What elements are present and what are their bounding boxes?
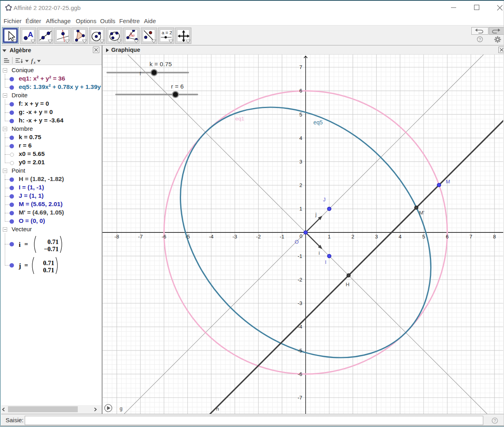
svg-text:M: M: [446, 179, 450, 185]
svg-text:-6: -6: [162, 234, 167, 240]
svg-text:2: 2: [351, 234, 354, 240]
svg-text:-2: -2: [297, 277, 302, 283]
svg-text:-8: -8: [114, 234, 119, 240]
svg-text:2: 2: [299, 182, 302, 188]
svg-text:8: 8: [493, 234, 496, 240]
svg-text:j: j: [315, 211, 317, 217]
svg-text:?: ?: [494, 418, 496, 423]
svg-text:-1: -1: [280, 234, 285, 240]
svg-text:A: A: [28, 30, 33, 39]
svg-text:-7: -7: [138, 234, 143, 240]
svg-text:0.71: 0.71: [43, 260, 54, 266]
svg-text:1: 1: [328, 234, 331, 240]
svg-text:k = 0.75: k = 0.75: [150, 61, 172, 67]
svg-text:g: g: [120, 405, 122, 411]
svg-text:6: 6: [299, 88, 302, 94]
svg-text:α: α: [132, 33, 135, 37]
svg-text:5: 5: [422, 234, 425, 240]
svg-text:h: h: [216, 406, 219, 412]
svg-text:-3: -3: [297, 300, 302, 306]
svg-text:-6: -6: [297, 371, 302, 377]
svg-text:-7: -7: [297, 395, 302, 401]
svg-text:5: 5: [299, 112, 302, 118]
svg-text:i: i: [319, 250, 320, 256]
svg-text:I: I: [325, 259, 327, 265]
svg-text:eq5: eq5: [313, 119, 323, 126]
svg-text:H: H: [346, 281, 349, 287]
svg-text:?: ?: [479, 37, 481, 42]
svg-text:x: x: [33, 60, 36, 65]
svg-text:0.71: 0.71: [47, 238, 59, 245]
svg-text:7: 7: [469, 234, 472, 240]
svg-text:-5: -5: [297, 348, 302, 354]
svg-text:-4: -4: [297, 324, 302, 330]
svg-text:r = 6: r = 6: [171, 83, 184, 90]
svg-text:1: 1: [299, 206, 302, 212]
svg-text:-1: -1: [297, 253, 302, 259]
svg-text:3: 3: [375, 234, 378, 240]
svg-text:6: 6: [446, 234, 449, 240]
svg-text:4: 4: [299, 135, 302, 141]
svg-text:-5: -5: [185, 234, 190, 240]
svg-text:-3: -3: [232, 234, 237, 240]
svg-text:=: =: [24, 262, 28, 269]
svg-text:M': M': [419, 210, 424, 216]
svg-text:=: =: [24, 240, 28, 248]
svg-text:eq1: eq1: [235, 116, 244, 122]
svg-text:7: 7: [299, 64, 302, 70]
svg-text:f: f: [31, 58, 33, 64]
svg-text:O: O: [295, 239, 299, 245]
svg-text:−0.71: −0.71: [44, 246, 59, 252]
svg-text:0: 0: [299, 233, 302, 239]
svg-text:-2: -2: [256, 234, 261, 240]
svg-text:i: i: [19, 241, 21, 248]
svg-text:J: J: [323, 197, 326, 203]
svg-text:3: 3: [299, 159, 302, 165]
svg-text:0.71: 0.71: [43, 267, 54, 274]
svg-text:-4: -4: [209, 234, 214, 240]
svg-text:a = 2: a = 2: [161, 30, 172, 35]
svg-text:j: j: [18, 262, 21, 270]
svg-text:4: 4: [399, 234, 402, 240]
svg-text:f: f: [140, 71, 141, 77]
